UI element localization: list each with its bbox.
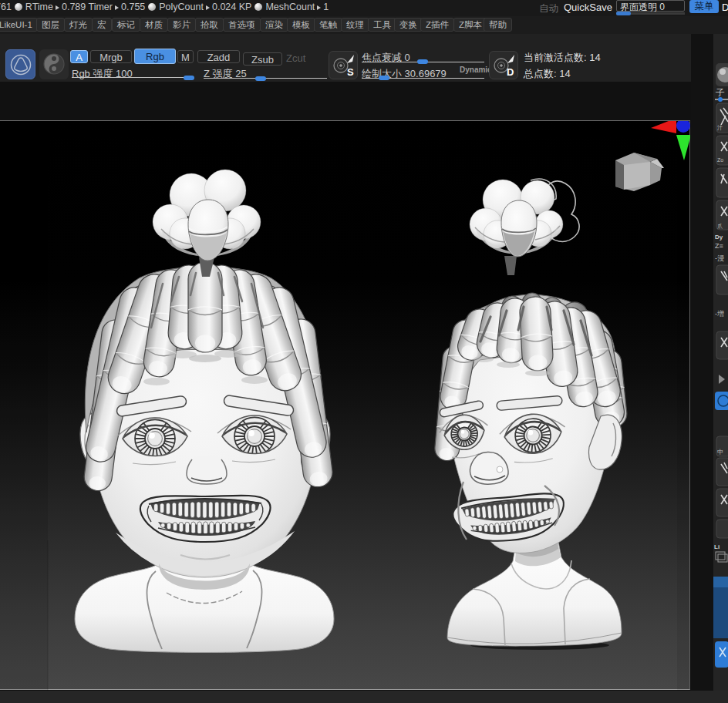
svg-text:-浸: -浸: [715, 254, 724, 262]
svg-text:爪: 爪: [717, 224, 723, 229]
svg-text:子: 子: [716, 87, 725, 98]
svg-text:Zo: Zo: [717, 157, 723, 163]
svg-text:-増: -増: [715, 310, 724, 318]
svg-text:Li: Li: [714, 543, 720, 550]
svg-text:D: D: [507, 66, 514, 78]
svg-text:Dy: Dy: [715, 234, 723, 240]
svg-text:S: S: [347, 66, 354, 78]
svg-text:Z≡: Z≡: [715, 242, 723, 250]
svg-text:中: 中: [717, 449, 723, 456]
svg-text:汁: 汁: [717, 125, 723, 131]
